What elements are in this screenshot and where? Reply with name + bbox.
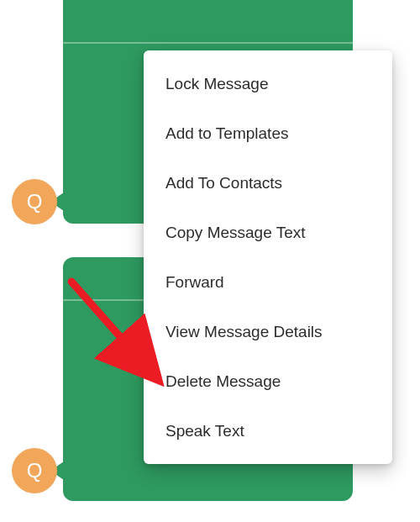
message-header-strip [63,0,353,44]
avatar-letter: Q [27,459,43,482]
menu-item-add-to-templates[interactable]: Add to Templates [144,108,392,158]
menu-item-label: Lock Message [165,75,269,93]
avatar[interactable]: Q [12,179,57,224]
menu-item-forward[interactable]: Forward [144,257,392,307]
context-menu: Lock Message Add to Templates Add To Con… [144,50,392,464]
menu-item-speak-text[interactable]: Speak Text [144,406,392,456]
menu-item-label: View Message Details [165,323,323,341]
menu-item-label: Delete Message [165,372,281,391]
avatar-letter: Q [27,190,43,214]
menu-item-label: Add To Contacts [165,174,282,192]
menu-item-copy-message-text[interactable]: Copy Message Text [144,208,392,257]
avatar[interactable]: Q [12,448,57,493]
menu-item-label: Forward [165,273,224,292]
chat-screen: Q 30/09/ Q Lock Message Add to Templates… [0,0,420,522]
menu-item-add-to-contacts[interactable]: Add To Contacts [144,158,392,208]
menu-item-view-message-details[interactable]: View Message Details [144,307,392,356]
menu-item-lock-message[interactable]: Lock Message [144,59,392,108]
menu-item-label: Speak Text [165,422,244,440]
menu-item-label: Add to Templates [165,124,288,143]
menu-item-delete-message[interactable]: Delete Message [144,356,392,406]
menu-item-label: Copy Message Text [165,224,306,242]
